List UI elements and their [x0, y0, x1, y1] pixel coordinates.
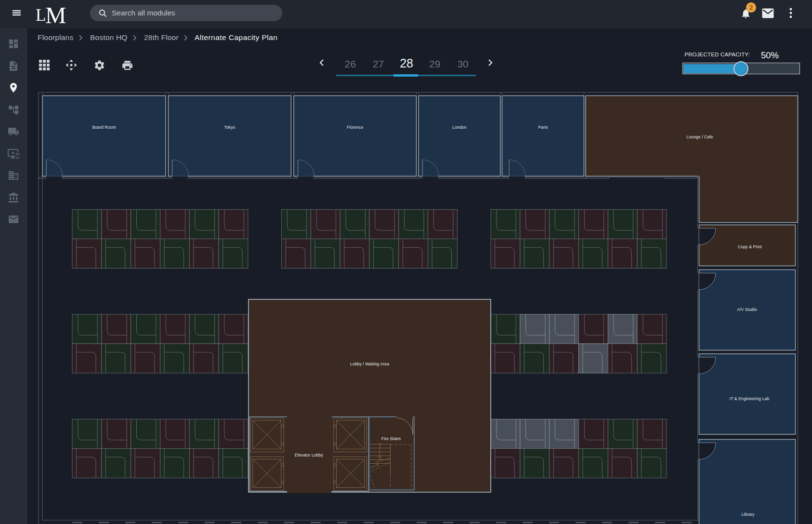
- svg-text:Board Room: Board Room: [92, 125, 116, 130]
- svg-text:Copy & Print: Copy & Print: [738, 244, 762, 249]
- svg-text:Lounge / Cafe: Lounge / Cafe: [686, 134, 713, 139]
- svg-text:A/V Studio: A/V Studio: [737, 307, 757, 312]
- svg-text:IT & Engineering Lab: IT & Engineering Lab: [730, 396, 770, 401]
- svg-text:London: London: [452, 125, 466, 130]
- svg-text:Tokyo: Tokyo: [224, 125, 236, 130]
- svg-text:Florence: Florence: [347, 125, 363, 130]
- svg-text:Elevator Lobby: Elevator Lobby: [295, 453, 323, 457]
- svg-text:Library: Library: [741, 512, 755, 517]
- svg-text:Paris: Paris: [538, 125, 548, 130]
- svg-text:Lobby / Waiting Area: Lobby / Waiting Area: [350, 362, 389, 366]
- svg-text:Fire Stairs: Fire Stairs: [381, 436, 401, 441]
